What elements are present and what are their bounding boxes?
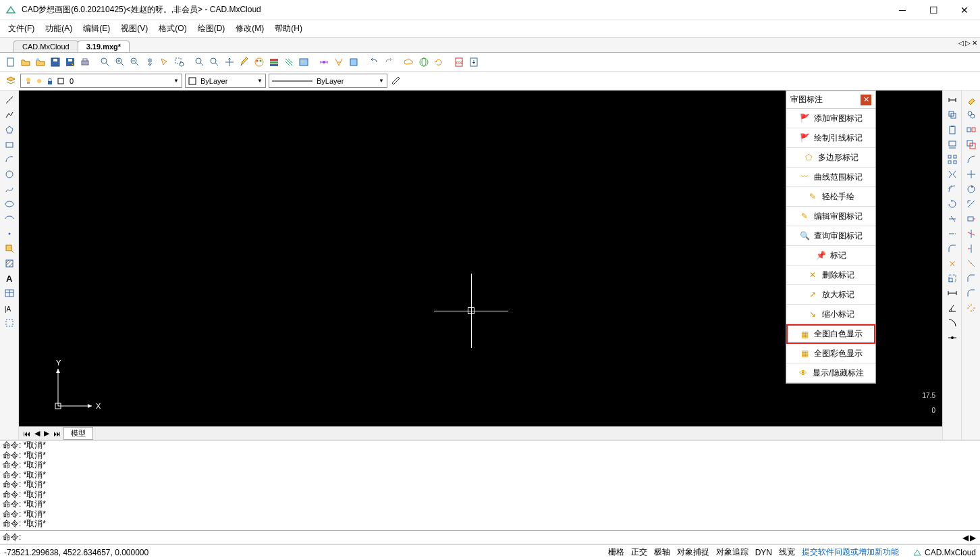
drawing-canvas[interactable]: Y X 17.5 0 审图标注 ✕ 🚩添加审图标记🚩绘制引线标记⬠多边形标记〰曲… (19, 91, 942, 426)
trim2-icon[interactable] (964, 227, 978, 240)
scale2-icon[interactable] (964, 197, 978, 211)
zoom-extents-icon[interactable] (193, 55, 207, 69)
insert-block-icon[interactable] (3, 242, 16, 255)
print-icon[interactable] (78, 55, 92, 69)
mirror-icon[interactable] (946, 168, 959, 181)
menu-item[interactable]: 格式(O) (153, 21, 192, 36)
stretch-icon[interactable] (964, 212, 978, 226)
undo-icon[interactable] (367, 55, 381, 69)
polygon-tool-icon[interactable] (3, 123, 16, 136)
panel-item[interactable]: ↘缩小标记 (786, 305, 875, 324)
document-tab[interactable]: CAD.MxCloud (13, 41, 78, 52)
panel-item[interactable]: ✎编辑审图标记 (786, 207, 875, 226)
dim-icon[interactable] (317, 55, 331, 69)
paste-icon[interactable] (946, 123, 959, 136)
sheet-first-icon[interactable]: ⏮ (22, 430, 32, 438)
linetype-selector[interactable]: ByLayer ▼ (269, 74, 387, 88)
panel-item[interactable]: ▦全图白色显示 (786, 324, 875, 344)
panel-item[interactable]: ✕删除标记 (786, 265, 875, 285)
mtext-tool-icon[interactable]: |A (3, 301, 16, 315)
color-icon[interactable] (252, 55, 266, 69)
tab-nav-right-icon[interactable]: ▷ (965, 39, 971, 47)
panel-item[interactable]: ▦全图彩色显示 (786, 344, 875, 363)
rectangle-tool-icon[interactable] (3, 138, 16, 151)
menu-item[interactable]: 绘图(D) (192, 21, 231, 36)
layer-selector[interactable]: 0 ▼ (20, 74, 182, 88)
panel-item[interactable]: 🚩绘制引线标记 (786, 128, 875, 148)
panel-close-button[interactable]: ✕ (861, 95, 871, 105)
circle-tool-icon[interactable] (3, 168, 16, 181)
arc-tool-icon[interactable] (3, 153, 16, 166)
panel-item[interactable]: 🚩添加审图标记 (786, 109, 875, 128)
menu-item[interactable]: 编辑(E) (78, 21, 115, 36)
status-toggle[interactable]: 正交 (631, 546, 647, 558)
refresh-icon[interactable] (432, 55, 445, 69)
status-toggle[interactable]: 极轴 (654, 546, 670, 558)
extend-icon[interactable] (946, 227, 959, 240)
measure-distance-icon[interactable] (946, 286, 959, 300)
status-toggle[interactable]: DYN (755, 548, 772, 557)
region-tool-icon[interactable] (3, 316, 16, 330)
export-icon[interactable] (467, 55, 481, 69)
cmd-prev-icon[interactable]: ◀ (962, 533, 969, 542)
trim-icon[interactable] (946, 212, 959, 226)
layer-manager-icon[interactable] (4, 74, 18, 88)
brush-icon[interactable] (390, 74, 404, 88)
document-tab[interactable]: 3.19.mxg* (78, 41, 130, 52)
measure-angle-icon[interactable] (946, 301, 959, 315)
menu-item[interactable]: 文件(F) (3, 21, 40, 36)
fillet2-icon[interactable] (964, 286, 978, 300)
measure-point-icon[interactable] (946, 331, 959, 345)
dimension-linear-icon[interactable] (946, 93, 959, 107)
zoom-all-icon[interactable] (208, 55, 221, 69)
copy-icon[interactable] (946, 108, 959, 122)
redo-icon[interactable] (382, 55, 396, 69)
copy2-icon[interactable] (964, 108, 978, 122)
zoom-in-icon[interactable] (113, 55, 127, 69)
text-style-icon[interactable] (332, 55, 346, 69)
panel-item[interactable]: 📌标记 (786, 246, 875, 265)
cloud-icon[interactable] (402, 55, 416, 69)
array2-icon[interactable] (964, 153, 978, 166)
status-toggle[interactable]: 对象捕捉 (677, 546, 709, 558)
menu-item[interactable]: 帮助(H) (269, 21, 308, 36)
scale-icon[interactable] (946, 272, 959, 285)
explode2-icon[interactable] (964, 301, 978, 315)
move2-icon[interactable] (964, 168, 978, 181)
panel-item[interactable]: 〰曲线范围标记 (786, 168, 875, 187)
status-toggle[interactable]: 线宽 (779, 546, 795, 558)
layers-icon[interactable] (267, 55, 281, 69)
menu-item[interactable]: 视图(V) (115, 21, 153, 36)
measure-area-icon[interactable] (946, 316, 959, 330)
fillet-icon[interactable] (946, 242, 959, 255)
offset2-icon[interactable] (964, 138, 978, 151)
extend2-icon[interactable] (964, 242, 978, 255)
open-cloud-icon[interactable] (34, 55, 47, 69)
hatch-icon[interactable] (282, 55, 296, 69)
panel-item[interactable]: ✎轻松手绘 (786, 187, 875, 207)
cut-icon[interactable] (946, 138, 959, 151)
table-tool-icon[interactable] (3, 286, 16, 300)
rotate-icon[interactable] (946, 197, 959, 211)
zoom-window-icon[interactable] (173, 55, 186, 69)
open-file-icon[interactable] (19, 55, 32, 69)
zoom-icon[interactable] (99, 55, 112, 69)
panel-item[interactable]: 👁显示/隐藏标注 (786, 363, 875, 383)
status-toggle[interactable]: 对象追踪 (716, 546, 748, 558)
pencil-icon[interactable] (238, 55, 251, 69)
minimize-button[interactable]: ─ (887, 0, 918, 20)
status-toggle[interactable]: 栅格 (608, 546, 624, 558)
image-icon[interactable] (297, 55, 310, 69)
panel-item[interactable]: 🔍查询审图标记 (786, 226, 875, 246)
explode-icon[interactable] (946, 257, 959, 270)
zoom-out-icon[interactable] (128, 55, 142, 69)
erase-icon[interactable] (964, 93, 978, 107)
command-input[interactable] (24, 533, 977, 542)
model-tab[interactable]: 模型 (63, 427, 93, 440)
mirror2-icon[interactable] (964, 123, 978, 136)
panel-item[interactable]: ⬠多边形标记 (786, 148, 875, 168)
tab-nav-left-icon[interactable]: ◁ (958, 39, 964, 47)
sheet-prev-icon[interactable]: ◀ (33, 429, 41, 438)
array-icon[interactable] (946, 153, 959, 166)
maximize-button[interactable]: ☐ (918, 0, 949, 20)
